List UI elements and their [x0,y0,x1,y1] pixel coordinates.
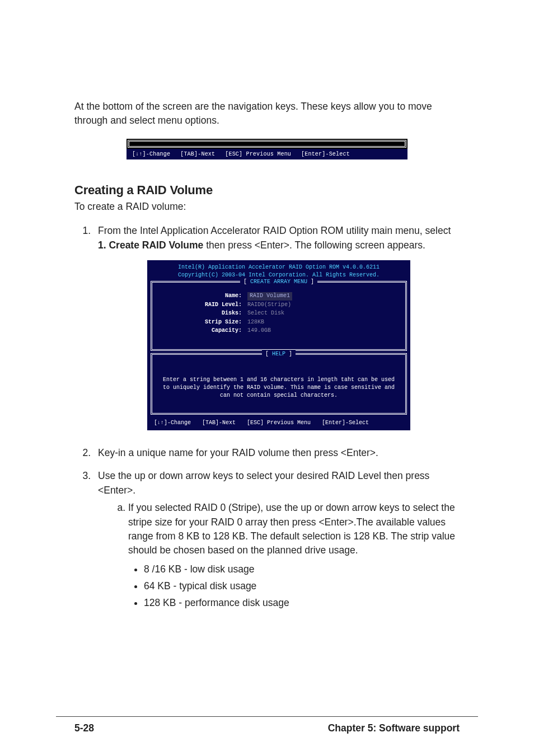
field-capacity-value: 149.0GB [247,327,271,335]
bios-nav-change: [↓↑]-Change [154,419,191,428]
nav-strip-image: [↓↑]-Change [TAB]-Next [ESC] Previous Me… [125,138,409,161]
field-disks-value: Select Disk [247,309,284,318]
bios-title-1: Intel(R) Application Accelerator RAID Op… [151,264,407,271]
step-3a: If you selected RAID 0 (Stripe), use the… [128,501,460,611]
nav-prev: [ESC] Previous Menu [225,151,291,157]
intro-text: At the bottom of the screen are the navi… [74,100,460,128]
field-strip-value: 128KB [247,318,264,327]
bullet-typical: 64 KB - typical disk usage [144,578,460,594]
bios-title-2: Copyright(C) 2003-04 Intel Corporation. … [151,271,407,279]
step-1: From the Intel Application Accelerator R… [93,224,460,430]
nav-select: [Enter]-Select [301,151,350,157]
section-heading: Creating a RAID Volume [74,183,460,198]
help-label: HELP [262,350,296,359]
create-array-label: CREATE ARRAY MENU [240,278,317,287]
help-frame: HELP Enter a string between 1 and 16 cha… [151,353,407,415]
bios-nav-next: [TAB]-Next [202,419,236,428]
nav-next: [TAB]-Next [180,151,215,157]
page-number: 5-28 [74,722,94,734]
bios-nav-prev: [ESC] Previous Menu [247,419,311,428]
bullet-low: 8 /16 KB - low disk usage [144,561,460,577]
chapter-title: Chapter 5: Software support [328,722,460,734]
bios-nav-select: [Enter]-Select [322,419,369,428]
step-2: Key-in a unique name for your RAID volum… [93,446,460,460]
bullet-performance: 128 KB - performance disk usage [144,595,460,611]
create-array-frame: CREATE ARRAY MENU Name:RAID Volume1 RAID… [151,281,407,351]
bios-screenshot: Intel(R) Application Accelerator RAID Op… [147,260,410,430]
nav-change: [↓↑]-Change [132,151,170,157]
field-level-value: RAID0(Stripe) [247,301,291,309]
step-3: Use the up or down arrow keys to select … [93,469,460,610]
field-name-value: RAID Volume1 [247,292,292,300]
section-subtitle: To create a RAID volume: [74,201,460,213]
page-footer: 5-28 Chapter 5: Software support [56,716,478,756]
